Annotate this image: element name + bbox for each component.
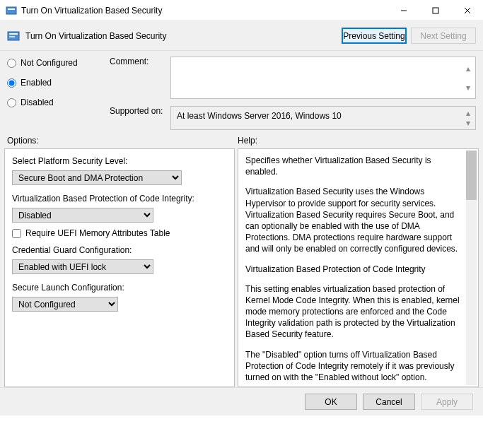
svg-rect-7 xyxy=(9,33,18,35)
dialog-footer: OK Cancel Apply xyxy=(0,387,483,415)
comment-spin: ▴ ▾ xyxy=(462,59,474,97)
cancel-button[interactable]: Cancel xyxy=(363,394,415,410)
platform-security-label: Select Platform Security Level: xyxy=(12,156,227,166)
help-text: Specifies whether Virtualization Based S… xyxy=(245,155,461,177)
radio-enabled-label: Enabled xyxy=(21,78,52,88)
uefi-checkbox[interactable] xyxy=(12,229,21,238)
svg-rect-8 xyxy=(9,36,15,37)
section-labels: Options: Help: xyxy=(0,133,483,148)
close-button[interactable] xyxy=(451,0,483,21)
help-text: Virtualization Based Security uses the W… xyxy=(245,186,461,254)
radio-not-configured-label: Not Configured xyxy=(21,58,78,68)
spin-up-icon[interactable]: ▴ xyxy=(462,59,474,78)
policy-icon xyxy=(7,30,20,42)
window-title: Turn On Virtualization Based Security xyxy=(21,6,162,16)
svg-rect-1 xyxy=(8,8,15,10)
radio-not-configured[interactable]: Not Configured xyxy=(7,58,110,68)
titlebar: Turn On Virtualization Based Security xyxy=(0,0,483,21)
vbpci-select[interactable]: Disabled xyxy=(12,208,153,223)
supported-spin: ▴ ▾ xyxy=(462,108,474,128)
radio-disabled-input[interactable] xyxy=(7,98,16,107)
options-section-label: Options: xyxy=(7,136,238,146)
help-panel: Specifies whether Virtualization Based S… xyxy=(238,148,479,387)
options-panel: Select Platform Security Level: Secure B… xyxy=(4,148,235,387)
comment-textarea[interactable]: ▴ ▾ xyxy=(170,57,476,99)
comment-label: Comment: xyxy=(110,57,166,66)
help-section-label: Help: xyxy=(238,136,476,146)
platform-security-select[interactable]: Secure Boot and DMA Protection xyxy=(12,170,182,185)
securelaunch-label: Secure Launch Configuration: xyxy=(12,283,227,293)
supported-label: Supported on: xyxy=(110,106,166,116)
previous-setting-button[interactable]: Previous Setting xyxy=(342,28,407,44)
maximize-button[interactable] xyxy=(419,0,451,21)
radio-enabled-input[interactable] xyxy=(7,78,16,88)
radio-disabled-label: Disabled xyxy=(21,98,54,107)
help-text: This setting enables virtualization base… xyxy=(245,283,461,341)
help-text: Virtualization Based Protection of Code … xyxy=(245,264,461,275)
spin-down-icon[interactable]: ▾ xyxy=(462,118,474,128)
credguard-select[interactable]: Enabled with UEFI lock xyxy=(12,259,153,274)
credguard-label: Credential Guard Configuration: xyxy=(12,245,227,255)
securelaunch-select[interactable]: Not Configured xyxy=(12,297,118,312)
ok-button[interactable]: OK xyxy=(305,394,357,410)
radio-not-configured-input[interactable] xyxy=(7,59,16,68)
apply-button[interactable]: Apply xyxy=(421,394,473,410)
uefi-checkbox-row[interactable]: Require UEFI Memory Attributes Table xyxy=(12,228,227,238)
help-text: The "Disabled" option turns off Virtuali… xyxy=(245,349,461,381)
next-setting-button[interactable]: Next Setting xyxy=(411,28,476,44)
minimize-button[interactable] xyxy=(388,0,419,21)
fields-col: Comment: ▴ ▾ Supported on: At least Wind… xyxy=(110,57,476,130)
help-content[interactable]: Specifies whether Virtualization Based S… xyxy=(245,155,475,381)
config-body: Not Configured Enabled Disabled Comment:… xyxy=(0,51,483,133)
policy-header: Turn On Virtualization Based Security Pr… xyxy=(0,21,483,51)
app-icon xyxy=(6,5,17,16)
vbpci-label: Virtualization Based Protection of Code … xyxy=(12,194,227,204)
svg-rect-3 xyxy=(433,8,438,13)
state-radio-group: Not Configured Enabled Disabled xyxy=(7,57,110,107)
panels: Select Platform Security Level: Secure B… xyxy=(0,148,483,387)
radio-enabled[interactable]: Enabled xyxy=(7,78,110,88)
policy-title: Turn On Virtualization Based Security xyxy=(25,31,166,41)
svg-rect-0 xyxy=(6,7,16,14)
spin-down-icon[interactable]: ▾ xyxy=(462,78,474,97)
spin-up-icon[interactable]: ▴ xyxy=(462,108,474,118)
uefi-checkbox-label: Require UEFI Memory Attributes Table xyxy=(25,228,170,238)
supported-on-field: At least Windows Server 2016, Windows 10… xyxy=(170,106,476,130)
help-scrollbar-thumb[interactable] xyxy=(466,151,477,200)
radio-disabled[interactable]: Disabled xyxy=(7,98,110,107)
